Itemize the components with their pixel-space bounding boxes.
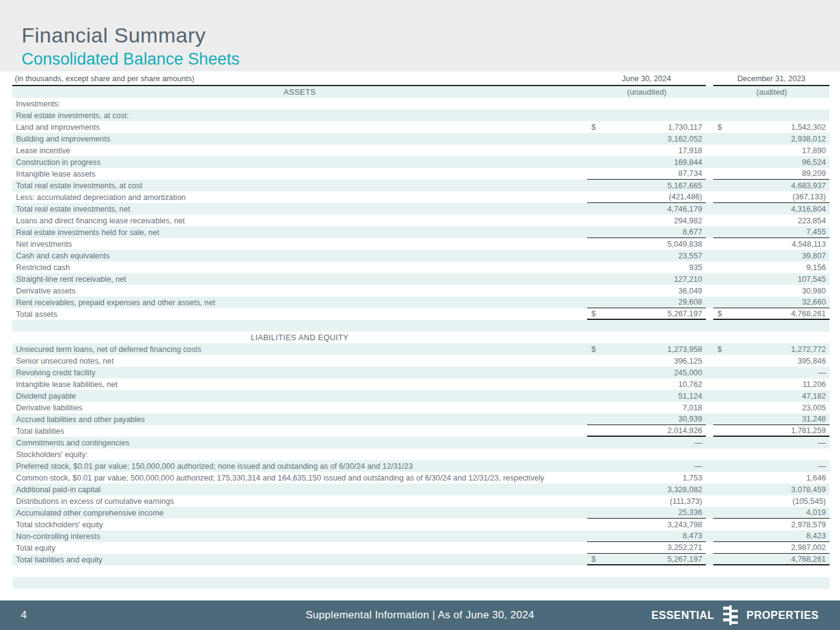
value-cell-current-period: 396,125 — [587, 355, 706, 367]
value-cell-prior-period: $ 1,542,302 — [713, 121, 830, 133]
value-cell-prior-period: — — [713, 367, 830, 378]
value-cell-current-period: 17,918 — [587, 145, 706, 156]
value-cell-current-period: $ 1,273,958 — [587, 343, 706, 355]
value-cell-current-period: 8,677 — [587, 226, 706, 238]
value-current: 7,018 — [682, 404, 702, 412]
value-cell-prior-period — [713, 577, 830, 589]
value-cell-current-period: $ 1,730,117 — [587, 121, 706, 133]
value-current: 294,982 — [674, 217, 702, 225]
dollar-sign: $ — [718, 123, 722, 132]
column-spacer — [706, 565, 713, 577]
value-prior: 4,019 — [806, 508, 826, 517]
value-cell-current-period: 127,210 — [587, 273, 706, 285]
table-row: Lease incentive 17,918 17,890 — [12, 145, 830, 156]
table-row: Construction in progress 169,844 96,524 — [12, 156, 830, 168]
value-cell-prior-period: 96,524 — [713, 156, 830, 168]
table-row: Stockholders' equity: — [12, 449, 830, 460]
value-cell-current-period: — — [587, 460, 706, 472]
row-label: Investments: — [12, 100, 587, 108]
value-cell-prior-period: 4,548,113 — [713, 238, 830, 250]
value-prior: 89,209 — [802, 169, 826, 178]
row-label: Commitments and contingencies — [12, 439, 587, 447]
row-label: Total assets — [12, 310, 587, 319]
value-cell-current-period: 36,049 — [587, 285, 706, 297]
row-label: Lease incentive — [12, 146, 587, 155]
column-spacer — [706, 98, 713, 110]
value-cell-current-period — [587, 320, 706, 332]
value-prior: 223,854 — [798, 217, 826, 225]
table-row: LIABILITIES AND EQUITY — [12, 332, 830, 343]
table-row: Total assets $ 5,267,197 $ 4,768,261 — [12, 308, 830, 320]
value-prior: 1,646 — [806, 474, 826, 482]
table-row: Loans and direct financing lease receiva… — [12, 215, 830, 226]
value-current: 5,167,665 — [668, 181, 702, 190]
column-spacer — [706, 121, 713, 133]
table-row — [12, 577, 830, 589]
value-cell-current-period — [587, 332, 706, 343]
value-cell-prior-period: 30,980 — [713, 285, 830, 297]
value-current: 5,267,197 — [668, 555, 702, 564]
value-cell-current-period: 3,243,798 — [587, 519, 706, 530]
value-prior: 11,206 — [802, 380, 826, 389]
value-prior: (367,133) — [793, 193, 826, 201]
value-cell-prior-period: 7,455 — [713, 226, 830, 238]
value-current: (unaudited) — [627, 88, 666, 97]
table-row: Derivative liabilities 7,018 23,005 — [12, 402, 830, 413]
value-current: 10,762 — [678, 380, 702, 389]
table-row: Commitments and contingencies — — — [12, 437, 830, 449]
value-cell-prior-period: 1,646 — [713, 472, 830, 484]
row-label: Building and improvements — [12, 135, 587, 143]
value-cell-prior-period: 3,078,459 — [713, 484, 830, 495]
value-cell-prior-period — [713, 98, 830, 110]
value-cell-current-period — [587, 577, 706, 589]
value-prior: 7,455 — [806, 228, 826, 236]
row-label: Derivative assets — [12, 287, 587, 295]
value-prior: 1,272,772 — [791, 345, 826, 354]
column-spacer — [706, 86, 713, 98]
row-label: Less: accumulated depreciation and amort… — [12, 193, 587, 202]
column-spacer — [706, 332, 713, 343]
value-prior: — — [818, 369, 826, 377]
value-cell-current-period: 23,557 — [587, 250, 706, 261]
column-spacer — [706, 449, 713, 460]
value-current: 5,267,197 — [668, 309, 702, 318]
value-cell-prior-period: 107,545 — [713, 273, 830, 285]
table-row: Total real estate investments, net 4,746… — [12, 203, 830, 215]
row-label: Intangible lease liabilities, net — [12, 380, 587, 389]
value-cell-prior-period: $ 4,768,261 — [713, 308, 830, 320]
table-row: Total liabilities 2,014,926 1,781,259 — [12, 425, 830, 437]
table-row: Total equity 3,252,271 2,987,002 — [12, 542, 830, 554]
table-row: Building and improvements 3,162,052 2,93… — [12, 133, 830, 145]
column-spacer — [706, 133, 713, 145]
value-cell-prior-period: 395,846 — [713, 355, 830, 367]
column-spacer — [706, 472, 713, 484]
value-cell-current-period: 51,124 — [587, 390, 706, 402]
value-prior: 32,660 — [802, 298, 826, 306]
value-prior: 1,781,259 — [791, 426, 826, 435]
table-row: Dividend payable 51,124 47,182 — [12, 390, 830, 402]
value-prior: 4,768,261 — [791, 309, 826, 318]
column-spacer — [706, 250, 713, 261]
balance-sheet-table: (in thousands, except share and per shar… — [12, 73, 830, 589]
logo-text-essential: ESSENTIAL — [652, 608, 714, 622]
value-prior: 107,545 — [798, 275, 826, 284]
table-row: Land and improvements $ 1,730,117 $ 1,54… — [12, 121, 830, 133]
row-label: Total liabilities — [12, 427, 587, 436]
value-cell-current-period: 25,336 — [587, 507, 706, 519]
row-label: Real estate investments held for sale, n… — [12, 228, 587, 237]
value-current: 3,162,052 — [668, 135, 702, 143]
value-current: 30,939 — [678, 415, 702, 423]
value-prior: 4,548,113 — [791, 240, 826, 249]
value-prior: 30,980 — [802, 287, 826, 295]
value-cell-prior-period: 4,316,804 — [713, 203, 830, 215]
table-row: Total stockholders' equity 3,243,798 2,9… — [12, 519, 830, 530]
value-cell-prior-period — [713, 565, 830, 577]
value-cell-prior-period — [713, 320, 830, 332]
row-label: ASSETS — [12, 88, 587, 97]
row-label: Cash and cash equivalents — [12, 252, 587, 260]
value-prior: 4,768,261 — [791, 555, 826, 564]
column-spacer — [706, 320, 713, 332]
value-cell-current-period: 245,000 — [587, 367, 706, 378]
value-cell-current-period: 4,746,179 — [587, 203, 706, 215]
row-label: Revolving credit facility — [12, 369, 587, 377]
